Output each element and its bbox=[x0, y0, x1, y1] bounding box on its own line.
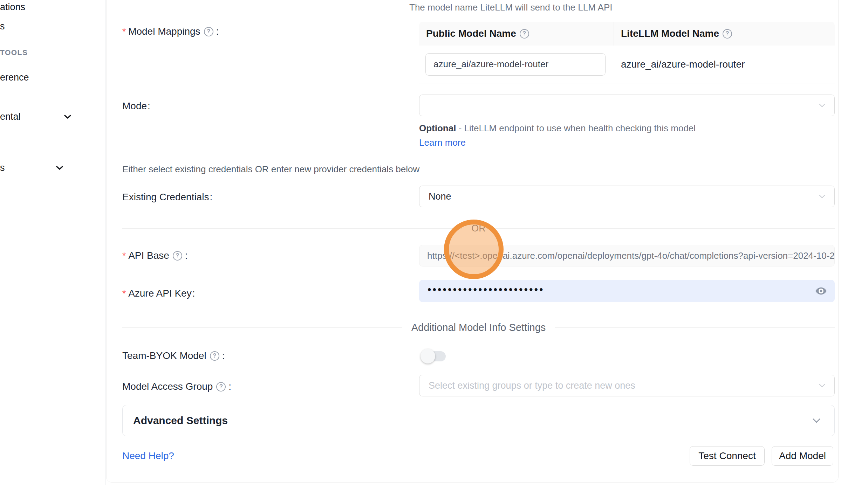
required-asterisk: * bbox=[122, 250, 126, 261]
litellm-model-name-value: azure_ai/azure-model-router bbox=[621, 59, 745, 70]
header-text: LiteLLM Model Name bbox=[621, 28, 719, 39]
azure-api-key-input[interactable]: ••••••••••••••••••••••• bbox=[419, 280, 835, 302]
optional-bold: Optional bbox=[419, 123, 456, 133]
sidebar: ations s TOOLS erence ental s bbox=[0, 0, 105, 485]
divider-line bbox=[555, 327, 835, 328]
mode-select[interactable] bbox=[419, 95, 835, 116]
select-placeholder: Select existing groups or type to create… bbox=[429, 380, 635, 391]
eye-icon[interactable] bbox=[814, 284, 828, 298]
label-text: Mode bbox=[122, 101, 147, 112]
or-divider: OR bbox=[122, 223, 835, 234]
sidebar-item-s1[interactable]: s bbox=[0, 21, 5, 32]
model-access-group-label: Model Access Group ? : bbox=[122, 381, 231, 392]
model-mappings-label: * Model Mappings ? : bbox=[122, 26, 219, 37]
help-question-icon[interactable]: ? bbox=[173, 251, 182, 261]
help-question-icon[interactable]: ? bbox=[204, 27, 213, 36]
label-text: Team-BYOK Model bbox=[122, 350, 206, 361]
required-asterisk: * bbox=[122, 26, 126, 37]
input-value: https://<test>.openai.azure.com/openai/d… bbox=[427, 250, 835, 261]
label-text: Model Mappings bbox=[128, 26, 200, 37]
sidebar-item-label: erence bbox=[0, 72, 29, 83]
sidebar-item-label: ations bbox=[0, 2, 25, 13]
label-colon: : bbox=[228, 381, 231, 392]
model-mappings-table: Public Model Name ? LiteLLM Model Name ?… bbox=[419, 22, 835, 83]
divider-line bbox=[122, 327, 402, 328]
label-colon: : bbox=[185, 250, 188, 261]
add-model-button[interactable]: Add Model bbox=[772, 446, 833, 466]
model-access-group-select[interactable]: Select existing groups or type to create… bbox=[419, 375, 835, 396]
litellm-model-name-header: LiteLLM Model Name ? bbox=[614, 22, 734, 46]
advanced-settings-panel[interactable]: Advanced Settings bbox=[122, 405, 835, 436]
need-help-link[interactable]: Need Help? bbox=[122, 450, 174, 462]
label-text: API Base bbox=[128, 250, 169, 261]
optional-text: - LiteLLM endpoint to use when health ch… bbox=[456, 123, 696, 133]
label-colon: : bbox=[216, 26, 219, 37]
advanced-settings-title: Advanced Settings bbox=[133, 415, 228, 427]
input-value: azure_ai/azure-model-router bbox=[433, 59, 548, 70]
divider-line bbox=[495, 228, 835, 229]
help-question-icon[interactable]: ? bbox=[216, 382, 226, 392]
chevron-down-icon bbox=[818, 192, 827, 201]
public-model-name-input[interactable]: azure_ai/azure-model-router bbox=[425, 53, 606, 76]
team-byok-toggle[interactable] bbox=[421, 348, 446, 364]
test-connect-button[interactable]: Test Connect bbox=[690, 446, 765, 466]
model-name-helper-text: The model name LiteLLM will send to the … bbox=[409, 2, 613, 13]
mode-label: Mode : bbox=[122, 101, 150, 112]
azure-api-key-label: * Azure API Key : bbox=[122, 288, 195, 299]
required-asterisk: * bbox=[122, 288, 126, 299]
additional-settings-divider-text: Additional Model Info Settings bbox=[411, 322, 546, 333]
help-question-icon[interactable]: ? bbox=[210, 351, 219, 361]
chevron-down-icon bbox=[818, 381, 827, 390]
api-base-label: * API Base ? : bbox=[122, 250, 188, 261]
select-value: None bbox=[429, 191, 451, 202]
public-model-name-cell: azure_ai/azure-model-router bbox=[419, 53, 614, 76]
credentials-instruction-text: Either select existing credentials OR en… bbox=[122, 164, 419, 175]
label-text: Existing Credentials bbox=[122, 192, 209, 203]
sidebar-item-label: s bbox=[0, 162, 5, 173]
sidebar-item-s2[interactable]: s bbox=[0, 162, 65, 173]
chevron-down-icon bbox=[818, 101, 827, 110]
mode-helper-note: Optional - LiteLLM endpoint to use when … bbox=[419, 121, 710, 150]
label-colon: : bbox=[192, 288, 195, 299]
divider-line bbox=[122, 228, 462, 229]
model-mappings-row: azure_ai/azure-model-router azure_ai/azu… bbox=[419, 46, 835, 83]
additional-settings-divider: Additional Model Info Settings bbox=[122, 322, 835, 333]
sidebar-item-ental[interactable]: ental bbox=[0, 111, 73, 122]
or-divider-text: OR bbox=[471, 223, 486, 234]
litellm-model-name-cell: azure_ai/azure-model-router bbox=[614, 59, 745, 70]
existing-credentials-select[interactable]: None bbox=[419, 186, 835, 207]
chevron-down-icon bbox=[54, 162, 65, 173]
sidebar-section-tools: TOOLS bbox=[0, 48, 28, 57]
label-text: Model Access Group bbox=[122, 381, 213, 392]
help-question-icon[interactable]: ? bbox=[520, 29, 529, 39]
label-text: Azure API Key bbox=[128, 288, 192, 299]
toggle-knob bbox=[421, 349, 435, 363]
help-question-icon[interactable]: ? bbox=[723, 29, 732, 39]
sidebar-item-label: ental bbox=[0, 111, 21, 122]
chevron-down-icon bbox=[811, 415, 822, 427]
label-colon: : bbox=[210, 192, 212, 203]
sidebar-section-label: TOOLS bbox=[0, 48, 28, 56]
label-colon: : bbox=[148, 101, 150, 112]
api-base-input[interactable]: https://<test>.openai.azure.com/openai/d… bbox=[419, 245, 835, 266]
team-byok-label: Team-BYOK Model ? : bbox=[122, 350, 225, 361]
masked-key-value: ••••••••••••••••••••••• bbox=[428, 284, 545, 295]
model-mappings-header-row: Public Model Name ? LiteLLM Model Name ? bbox=[419, 22, 835, 46]
add-model-page: ations s TOOLS erence ental s The model … bbox=[0, 0, 868, 485]
header-text: Public Model Name bbox=[426, 28, 516, 39]
sidebar-item-ations[interactable]: ations bbox=[0, 2, 25, 13]
learn-more-link[interactable]: Learn more bbox=[419, 137, 466, 148]
label-colon: : bbox=[222, 350, 225, 361]
sidebar-item-erence[interactable]: erence bbox=[0, 72, 29, 83]
public-model-name-header: Public Model Name ? bbox=[419, 22, 614, 46]
sidebar-item-label: s bbox=[0, 21, 5, 32]
chevron-down-icon bbox=[62, 111, 73, 122]
existing-credentials-label: Existing Credentials : bbox=[122, 192, 212, 203]
